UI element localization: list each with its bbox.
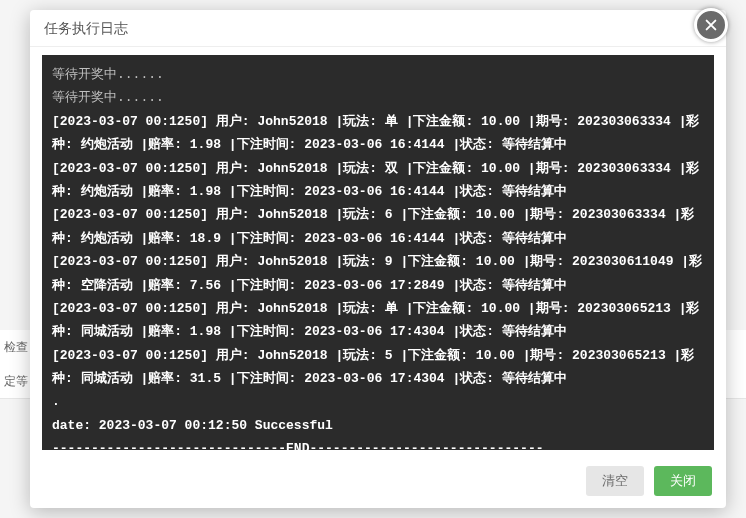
modal-footer: 清空 关闭 (30, 458, 726, 508)
task-log-modal: 任务执行日志 等待开奖中...... 等待开奖中...... [2023-03-… (30, 10, 726, 508)
log-output: 等待开奖中...... 等待开奖中...... [2023-03-07 00:1… (42, 55, 714, 450)
clear-button[interactable]: 清空 (586, 466, 644, 496)
close-button[interactable]: 关闭 (654, 466, 712, 496)
modal-title: 任务执行日志 (30, 10, 726, 47)
close-icon[interactable] (694, 8, 728, 42)
